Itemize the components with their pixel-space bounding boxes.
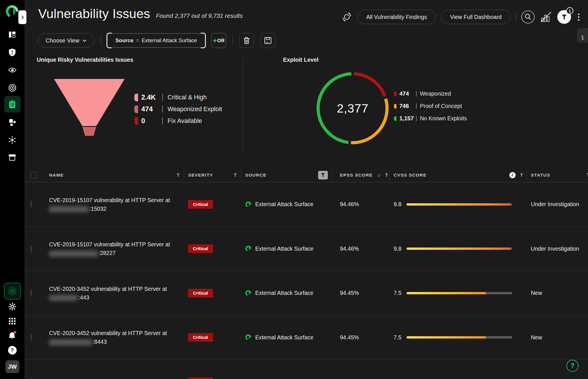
side-panel-tab[interactable]: 1 xyxy=(577,28,588,42)
sidebar-item-notifications[interactable] xyxy=(0,328,24,342)
choose-view-dropdown[interactable]: Choose View xyxy=(38,33,94,48)
vulnerability-name[interactable]: CVE-2019-15107 vulnerability at HTTP Ser… xyxy=(49,196,188,213)
status-filter-icon[interactable] xyxy=(586,173,588,177)
main-content: Vulnerability Issues Found 2,377 out of … xyxy=(24,0,588,379)
clipboard-list-icon xyxy=(8,100,16,109)
table-header-row: NAME SEVERITY SOURCE EPSS SCORE ↓↑ xyxy=(24,168,588,182)
row-checkbox[interactable] xyxy=(31,289,31,296)
cvss-filter-icon[interactable] xyxy=(520,173,523,177)
search-button[interactable] xyxy=(521,10,535,24)
target-icon xyxy=(8,84,16,92)
exploit-panel-title: Exploit Level xyxy=(283,57,318,63)
vulnerability-name[interactable]: CVE-2020-3452 vulnerability at HTTP Serv… xyxy=(49,329,188,346)
sidebar-item-threats[interactable] xyxy=(0,133,24,147)
donut-total: 2,377 xyxy=(315,71,390,146)
cvss-score: 7.5 xyxy=(394,290,401,296)
shield-alert-icon xyxy=(8,48,16,57)
source-label: External Attack Surface xyxy=(255,245,314,252)
legend-value: 1,157 xyxy=(399,115,416,122)
or-label: OR xyxy=(217,38,225,43)
row-checkbox[interactable] xyxy=(31,334,31,341)
table-row[interactable]: CVE-2020-3452 vulnerability at HTTP Serv… xyxy=(24,271,588,316)
sidebar-item-ai[interactable] xyxy=(0,284,24,298)
select-all-checkbox[interactable] xyxy=(31,172,37,178)
funnel-stage-weaponized xyxy=(82,127,96,136)
chart-view-toggle-button[interactable] xyxy=(540,11,552,23)
sidebar-item-help[interactable]: ? xyxy=(0,343,24,357)
help-fab-button[interactable]: ? xyxy=(566,360,579,372)
vulnerability-name[interactable]: CVE-2020-3452 vulnerability at HTTP Serv… xyxy=(49,285,188,302)
sync-refresh-button[interactable] xyxy=(341,11,352,22)
legend-value: 746 xyxy=(399,103,416,109)
name-filter-icon[interactable] xyxy=(176,173,180,177)
legend-separator xyxy=(162,117,163,124)
more-options-button[interactable] xyxy=(576,12,581,22)
all-vulnerability-findings-button[interactable]: All Vulnerability Findings xyxy=(357,10,436,24)
ai-activity-icon xyxy=(7,286,18,296)
col-source: SOURCE xyxy=(245,173,266,178)
redacted-ip xyxy=(49,339,92,345)
legend-value: 474 xyxy=(399,90,416,97)
topbar-divider xyxy=(516,12,516,22)
legend-marker xyxy=(394,92,396,96)
sidebar-item-issues[interactable] xyxy=(0,97,24,111)
epss-sort-icon[interactable]: ↓↑ xyxy=(377,173,381,178)
legend-label: Fix Available xyxy=(168,117,202,125)
sidebar-item-targets[interactable] xyxy=(0,81,24,95)
cvss-score-bar xyxy=(407,203,512,206)
table-row[interactable]: CVE-2019-15107 vulnerability at HTTP Ser… xyxy=(24,227,588,271)
row-checkbox[interactable] xyxy=(31,201,31,208)
row-checkbox[interactable] xyxy=(31,245,31,252)
delete-filters-button[interactable] xyxy=(239,33,254,48)
cvss-info-icon[interactable]: i xyxy=(509,172,516,178)
table-row[interactable]: CVE-2020-3452 vulnerability at HTTP Serv… xyxy=(24,316,588,360)
sidebar-expand-button[interactable] xyxy=(18,10,26,24)
sidebar-item-visibility[interactable] xyxy=(0,63,24,77)
apps-grid-icon xyxy=(9,318,16,325)
sidebar-item-risk[interactable] xyxy=(0,45,24,59)
table-row[interactable]: CVE-2020-3452 vulnerability at HTTP Serv… xyxy=(24,360,588,379)
status-value: New xyxy=(531,334,588,341)
table-row[interactable]: CVE-2019-15107 vulnerability at HTTP Ser… xyxy=(24,182,588,227)
active-filters-button[interactable]: 1 xyxy=(557,10,571,24)
sidebar-item-apps[interactable] xyxy=(0,314,24,328)
sidebar-item-marketplace[interactable] xyxy=(0,150,24,164)
cvss-score-bar xyxy=(407,336,512,339)
source-label: External Attack Surface xyxy=(255,201,314,208)
epss-score: 94.45% xyxy=(336,290,394,296)
severity-filter-icon[interactable] xyxy=(233,173,237,177)
col-name: NAME xyxy=(49,173,64,178)
vulnerability-name[interactable]: CVE-2019-15107 vulnerability at HTTP Ser… xyxy=(49,240,188,257)
save-view-button[interactable] xyxy=(260,33,275,48)
col-epss: EPSS SCORE xyxy=(340,173,373,178)
chart-disabled-icon xyxy=(540,11,552,23)
legend-marker xyxy=(134,105,138,113)
vulnerability-name[interactable]: CVE-2020-3452 vulnerability at HTTP Serv… xyxy=(49,378,188,379)
severity-badge: Critical xyxy=(188,200,213,209)
dashboard-icon xyxy=(8,31,16,38)
cvss-score: 7.5 xyxy=(394,334,401,341)
trash-icon xyxy=(242,36,251,45)
sidebar-item-settings[interactable] xyxy=(0,300,24,314)
funnel-legend: 2.4K Critical & High 474 Weaponized Expl… xyxy=(134,93,222,125)
sidebar-item-assets[interactable] xyxy=(0,115,24,129)
legend-item: 2.4K Critical & High xyxy=(134,93,222,101)
source-filter-active-button[interactable] xyxy=(318,171,328,179)
blocks-icon xyxy=(8,118,16,126)
legend-marker xyxy=(394,116,396,121)
source-label: External Attack Surface xyxy=(255,290,314,296)
filter-chip-source[interactable]: Source = External Attack Surface xyxy=(107,33,205,48)
brand-logo[interactable] xyxy=(5,5,19,18)
legend-separator xyxy=(162,94,163,101)
redacted-ip xyxy=(49,251,98,257)
epss-filter-icon[interactable] xyxy=(385,173,388,177)
legend-label: Weaponized xyxy=(420,90,451,97)
view-full-dashboard-button[interactable]: View Full Dashboard xyxy=(441,10,510,24)
sidebar-item-dashboard[interactable] xyxy=(0,28,24,41)
save-icon xyxy=(264,36,272,45)
help-icon: ? xyxy=(8,346,17,355)
redacted-ip xyxy=(49,206,89,212)
sidebar-user-avatar[interactable]: JW xyxy=(0,360,24,374)
add-or-filter-button[interactable]: + OR xyxy=(211,33,226,48)
legend-separator xyxy=(416,116,417,121)
